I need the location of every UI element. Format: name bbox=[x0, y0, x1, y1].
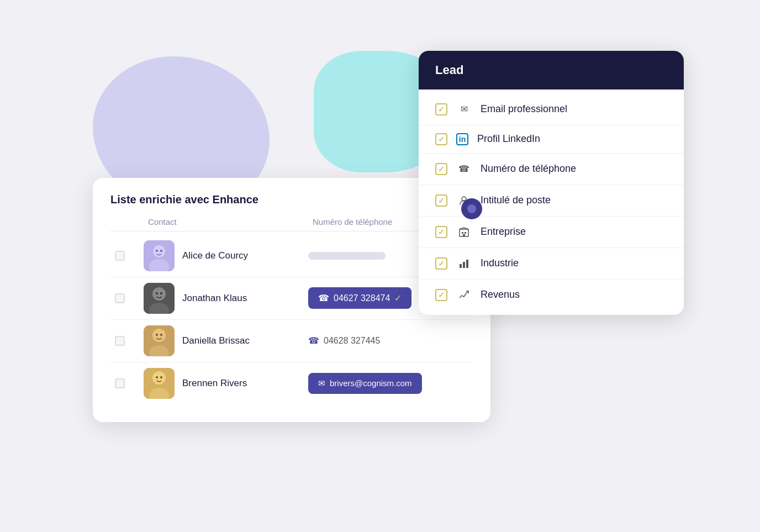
phone-cell-brennen: ✉ brivers@cognism.com bbox=[308, 373, 473, 394]
svg-point-4 bbox=[160, 250, 162, 252]
email-badge-brennen[interactable]: ✉ brivers@cognism.com bbox=[308, 373, 422, 394]
phone-icon-lead: ☎ bbox=[456, 161, 472, 177]
lead-item-phone[interactable]: ☎ Numéro de téléphone bbox=[419, 154, 684, 185]
lead-label-phone: Numéro de téléphone bbox=[481, 163, 576, 175]
phone-value-jonathan: 04627 328474 bbox=[334, 293, 390, 303]
contact-name-jonathan: Jonathan Klaus bbox=[182, 293, 247, 304]
svg-point-3 bbox=[156, 250, 158, 252]
lead-item-email[interactable]: ✉ Email professionnel bbox=[419, 94, 684, 125]
svg-point-18 bbox=[156, 376, 158, 378]
email-icon-badge: ✉ bbox=[318, 378, 325, 388]
svg-point-14 bbox=[160, 334, 162, 336]
phone-icon-plain: ☎ bbox=[308, 335, 319, 346]
row-checkbox-daniella[interactable] bbox=[115, 336, 125, 346]
lead-item-industry[interactable]: Industrie bbox=[419, 248, 684, 280]
avatar-jonathan bbox=[144, 283, 175, 314]
linkedin-icon: in bbox=[456, 133, 468, 145]
company-icon bbox=[456, 224, 472, 240]
revenue-icon bbox=[456, 287, 472, 303]
connector-dot bbox=[461, 198, 482, 219]
svg-point-1 bbox=[153, 245, 165, 257]
lead-checkbox-linkedin[interactable] bbox=[435, 133, 447, 145]
svg-point-13 bbox=[156, 334, 158, 336]
contact-cell-jonathan: Jonathan Klaus bbox=[144, 283, 308, 314]
svg-rect-24 bbox=[463, 234, 465, 236]
column-contact: Contact bbox=[144, 217, 308, 227]
avatar-brennen bbox=[144, 368, 175, 399]
contact-name-daniella: Daniella Brissac bbox=[182, 335, 250, 346]
lead-label-company: Entreprise bbox=[481, 226, 526, 238]
svg-rect-27 bbox=[466, 260, 468, 268]
lead-checkbox-industry[interactable] bbox=[435, 257, 447, 270]
lead-item-jobtitle[interactable]: Intitulé de poste bbox=[419, 185, 684, 217]
lead-item-linkedin[interactable]: in Profil LinkedIn bbox=[419, 125, 684, 154]
lead-checkbox-company[interactable] bbox=[435, 226, 447, 238]
lead-header: Lead bbox=[419, 51, 684, 89]
svg-point-19 bbox=[160, 376, 162, 378]
phone-plain-daniella: ☎ 04628 327445 bbox=[308, 335, 380, 346]
row-checkbox-jonathan[interactable] bbox=[115, 293, 125, 303]
lead-item-company[interactable]: Entreprise bbox=[419, 217, 684, 248]
row-checkbox-brennen[interactable] bbox=[115, 378, 125, 388]
lead-label-jobtitle: Intitulé de poste bbox=[481, 194, 551, 206]
svg-rect-26 bbox=[463, 262, 465, 268]
contact-name-brennen: Brennen Rivers bbox=[182, 378, 247, 389]
phone-blurred-alice bbox=[308, 252, 386, 260]
phone-cell-daniella: ☎ 04628 327445 bbox=[308, 335, 473, 346]
contact-cell-brennen: Brennen Rivers bbox=[144, 368, 308, 399]
lead-checkbox-email[interactable] bbox=[435, 103, 447, 115]
phone-icon-badge: ☎ bbox=[318, 293, 329, 303]
email-value-brennen: brivers@cognism.com bbox=[330, 378, 412, 388]
phone-value-daniella: 04628 327445 bbox=[324, 336, 380, 346]
industry-icon bbox=[456, 256, 472, 271]
lead-label-industry: Industrie bbox=[481, 257, 519, 269]
table-row: Daniella Brissac ☎ 04628 327445 bbox=[110, 320, 473, 362]
svg-point-11 bbox=[152, 329, 166, 342]
email-icon: ✉ bbox=[456, 102, 472, 117]
svg-rect-23 bbox=[465, 232, 466, 234]
svg-rect-22 bbox=[462, 232, 463, 234]
row-checkbox-alice[interactable] bbox=[115, 251, 125, 261]
svg-point-9 bbox=[160, 292, 162, 294]
contact-name-alice: Alice de Courcy bbox=[182, 250, 248, 261]
phone-badge-jonathan[interactable]: ☎ 04627 328474 ✓ bbox=[308, 287, 411, 309]
check-icon: ✓ bbox=[394, 293, 402, 303]
lead-checkbox-jobtitle[interactable] bbox=[435, 194, 447, 207]
svg-point-16 bbox=[152, 371, 166, 384]
lead-items: ✉ Email professionnel in Profil LinkedIn… bbox=[419, 89, 684, 315]
svg-point-8 bbox=[156, 292, 158, 294]
lead-item-revenue[interactable]: Revenus bbox=[419, 280, 684, 310]
scene: Liste enrichie avec Enhance Contact Numé… bbox=[76, 40, 684, 493]
lead-label-email: Email professionnel bbox=[481, 103, 567, 115]
lead-checkbox-phone[interactable] bbox=[435, 163, 447, 175]
lead-checkbox-revenue[interactable] bbox=[435, 289, 447, 301]
svg-rect-25 bbox=[460, 264, 462, 268]
lead-panel: Lead ✉ Email professionnel in Profil Lin… bbox=[419, 51, 684, 315]
contact-cell-daniella: Daniella Brissac bbox=[144, 325, 308, 356]
avatar-daniella bbox=[144, 325, 175, 356]
lead-label-linkedin: Profil LinkedIn bbox=[477, 133, 540, 145]
svg-point-6 bbox=[152, 287, 166, 301]
lead-label-revenue: Revenus bbox=[481, 289, 520, 301]
table-row: Brennen Rivers ✉ brivers@cognism.com bbox=[110, 362, 473, 404]
contact-cell-alice: Alice de Courcy bbox=[144, 240, 308, 271]
avatar-alice bbox=[144, 240, 175, 271]
